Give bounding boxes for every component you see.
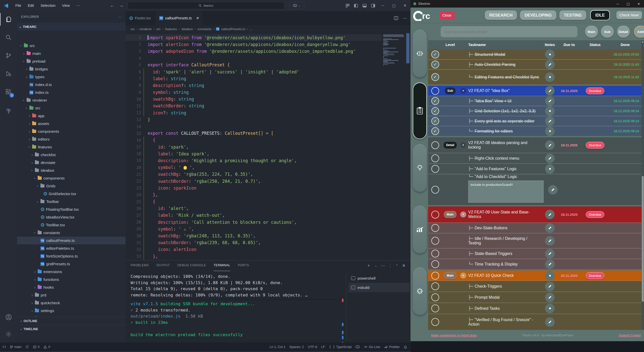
code-line[interactable]: 20 symbol: ' ', <box>126 164 382 171</box>
tree-item-functions[interactable]: ›functions <box>17 276 126 283</box>
copilot-status-icon[interactable] <box>356 345 360 348</box>
note-edit-icon[interactable] <box>545 317 555 327</box>
code-line[interactable]: 16 { <box>126 137 382 144</box>
toggle-panel-icon[interactable] <box>360 0 369 11</box>
note-edit-icon[interactable] <box>545 96 555 106</box>
rail-stats-button[interactable] <box>413 206 427 253</box>
task-checkbox[interactable]: ✓ <box>431 73 439 81</box>
task-checkbox[interactable] <box>431 282 439 290</box>
terminal-dropdown-icon[interactable]: ⌄ <box>375 264 377 267</box>
git-branch[interactable]: main <box>10 345 21 349</box>
sync-icon[interactable] <box>25 345 29 348</box>
copilot-button[interactable]: ⌄ <box>289 2 304 9</box>
task-row[interactable]: Detail▼V2 FEAT-08 Ideabox parsing and lo… <box>428 137 641 153</box>
report-bugs-link[interactable]: Make suggestions or report bugs <box>431 334 477 337</box>
task-row[interactable]: ├─Check-Triggers <box>428 281 641 292</box>
tree-item-fontsizeoptions.ts[interactable]: TSfontSizeOptions.ts <box>17 252 126 260</box>
note-dot-icon[interactable] <box>545 72 555 82</box>
note-dot-icon[interactable] <box>545 126 555 136</box>
task-checkbox[interactable] <box>431 304 439 312</box>
note-dot-icon[interactable] <box>545 304 555 313</box>
add-detail-button[interactable]: Detail <box>617 26 630 38</box>
code-line[interactable]: 18 label: 'Idea spark', <box>126 150 382 157</box>
workspace-section[interactable]: ⌄ THEARC <box>17 23 126 31</box>
prettier[interactable]: Prettier <box>384 345 400 349</box>
remote-indicator[interactable] <box>3 345 6 348</box>
menu-more[interactable]: ⋯ <box>73 2 83 9</box>
breadcrumb-item[interactable]: ideabox <box>182 27 193 31</box>
arc-close-button[interactable]: ✕ <box>633 0 644 8</box>
forward-arrow-icon[interactable]: → <box>119 3 124 8</box>
code-line[interactable]: 4 <box>126 55 382 62</box>
task-scrollbar[interactable] <box>641 40 644 330</box>
editor-more-icon[interactable]: ⋯ <box>403 16 407 21</box>
tree-item-features[interactable]: ›features <box>17 143 126 151</box>
task-row[interactable]: Main▼V2 FEAT-09 User-State and Base-Metr… <box>428 206 641 223</box>
code-line[interactable]: 22 swatchBorder: 'rgba(250, 204, 21, 0.7… <box>126 178 382 185</box>
tree-item-renderer[interactable]: ›renderer <box>17 96 126 104</box>
task-row[interactable]: ✓└─Formatting for editors18.12.2025 09:1… <box>428 126 641 136</box>
tree-item-index.d.ts[interactable]: TSindex.d.ts <box>17 81 126 89</box>
tab-footer.tsx[interactable]: Footer.tsx <box>126 11 155 25</box>
note-edit-icon[interactable] <box>545 259 555 269</box>
tree-item-index.ts[interactable]: TSindex.ts <box>17 89 126 96</box>
check-now-button[interactable]: Check Now! <box>616 11 642 19</box>
task-checkbox[interactable] <box>431 224 439 232</box>
language-mode[interactable]: { }TypeScript <box>329 345 352 349</box>
task-checkbox[interactable] <box>431 141 439 149</box>
terminal-output[interactable]: Compressing objects: 100% (14/14), done.… <box>131 274 341 341</box>
arc-close-task-button[interactable]: Close <box>439 11 455 19</box>
add-sub-button[interactable]: Sub <box>601 26 614 38</box>
new-terminal-icon[interactable]: ＋ <box>367 263 371 268</box>
task-checkbox[interactable] <box>431 165 439 173</box>
task-row[interactable]: ├─Defined Tasks <box>428 303 641 314</box>
code-line[interactable]: 29 symbol: ' ⚠ ', <box>126 226 382 232</box>
menu-selection[interactable]: Selection <box>37 2 59 9</box>
tree-item-app[interactable]: ›app <box>17 112 126 120</box>
tab-calloutpresets.ts[interactable]: TScalloutPresets.ts✕ <box>155 11 203 25</box>
tree-item-settings[interactable]: ›settings <box>17 307 126 315</box>
tree-item-ideaboxview.tsx[interactable]: IdeaBoxView.tsx <box>17 213 126 221</box>
task-row[interactable]: ├─Right-Click context menu <box>428 153 641 163</box>
tree-item-gridselector.tsx[interactable]: GridSelector.tsx <box>17 190 126 198</box>
code-line[interactable]: 24 }, <box>126 191 382 198</box>
toggle-secondary-sidebar-icon[interactable] <box>369 0 377 11</box>
testing-icon[interactable] <box>0 105 17 117</box>
code-line[interactable]: 33 }, <box>126 253 382 260</box>
code-line[interactable]: 8 description?: string <box>126 82 382 89</box>
code-line[interactable]: 11 swatchBorder: string <box>126 103 382 109</box>
tree-item-src[interactable]: ›src <box>17 42 126 50</box>
expand-chevron-icon[interactable]: ▼ <box>460 273 466 279</box>
note-edit-icon[interactable] <box>545 223 555 233</box>
close-tab-icon[interactable]: ✕ <box>196 16 199 20</box>
rail-settings-button[interactable]: </> <box>413 267 427 315</box>
breadcrumb-item[interactable]: src <box>156 27 160 31</box>
tree-item-preload[interactable]: ›preload <box>17 57 126 65</box>
note-dot-icon[interactable] <box>545 50 555 59</box>
account-icon[interactable] <box>0 311 17 323</box>
task-row[interactable]: ├─Dev-State-Buttons <box>428 223 641 233</box>
level-badge[interactable]: Sub <box>445 87 456 94</box>
idle-state-pill[interactable]: IDLE <box>590 10 610 20</box>
tree-item-grids[interactable]: ›Grids <box>17 182 126 190</box>
explorer-more-icon[interactable]: ⋯ <box>118 15 122 19</box>
minimap[interactable] <box>382 33 405 260</box>
breadcrumb-item[interactable]: src <box>131 27 135 31</box>
task-row[interactable]: ✓└─Editing Features and Checklist Sync29… <box>428 69 641 84</box>
maximize-button[interactable]: ▢ <box>388 0 399 11</box>
expand-chevron-icon[interactable]: ▼ <box>460 211 466 217</box>
level-badge[interactable]: Main <box>444 211 456 218</box>
tree-item-components[interactable]: ›components <box>17 127 126 135</box>
task-checkbox[interactable] <box>431 318 439 326</box>
panel-tab-problems[interactable]: PROBLEMS <box>131 263 149 271</box>
code-line[interactable]: 13} <box>126 116 382 123</box>
code-line[interactable]: 5export interface CalloutPreset { <box>126 62 382 68</box>
add-add-button[interactable]: Add <box>634 26 644 38</box>
panel-tab-terminal[interactable]: TERMINAL <box>214 263 230 271</box>
breadcrumb-item[interactable]: calloutPresets.ts <box>221 27 245 31</box>
code-line[interactable]: 15export const CALLOUT_PRESETS: CalloutP… <box>126 130 382 137</box>
task-checkbox[interactable]: ✓ <box>431 107 439 115</box>
breadcrumb-item[interactable]: constants <box>197 27 211 31</box>
tree-item-floatingtoolbar.tsx[interactable]: FloatingToolBar.tsx <box>17 205 126 213</box>
rail-split-button[interactable] <box>413 30 427 77</box>
